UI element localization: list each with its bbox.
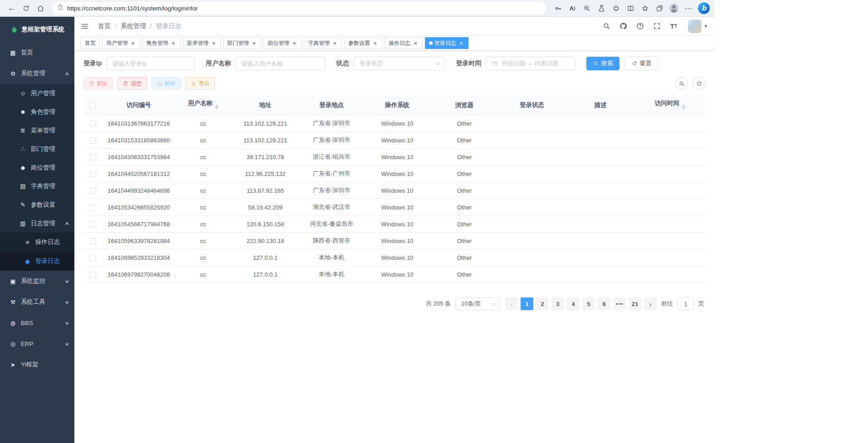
- clear-button[interactable]: 清空: [117, 77, 147, 90]
- pager-page-4[interactable]: 4: [567, 297, 580, 310]
- app-logo[interactable]: 意框架管理系统: [0, 17, 74, 42]
- close-icon[interactable]: ×: [210, 40, 217, 46]
- user-menu[interactable]: ▾: [688, 19, 707, 33]
- close-icon[interactable]: ×: [412, 40, 419, 46]
- sidebar-item-departments[interactable]: ∴部门管理: [0, 140, 74, 158]
- password-key-icon[interactable]: [551, 2, 565, 15]
- row-checkbox[interactable]: [90, 137, 96, 144]
- row-checkbox[interactable]: [90, 238, 96, 244]
- sort-carets-icon[interactable]: [682, 103, 685, 111]
- status-select[interactable]: 登录状态: [353, 57, 445, 70]
- tab-departments[interactable]: 部门管理×: [223, 37, 261, 49]
- browser-profile-icon[interactable]: [667, 2, 681, 15]
- close-icon[interactable]: ×: [332, 40, 338, 46]
- back-button[interactable]: ←: [5, 2, 18, 15]
- sidebar-item-yi-framework[interactable]: ➤Yi框架: [0, 354, 74, 375]
- url-text[interactable]: https://ccnetcore.com:1101/system/log/lo…: [67, 5, 198, 12]
- sidebar-item-home[interactable]: ▦首页: [0, 42, 74, 63]
- pager-page-1[interactable]: 1: [521, 297, 533, 310]
- zoom-out-icon[interactable]: [580, 2, 594, 15]
- user-avatar[interactable]: [688, 19, 702, 33]
- pager-page-3[interactable]: 3: [551, 297, 564, 310]
- copilot-bing-icon[interactable]: b: [698, 2, 710, 14]
- close-icon[interactable]: ×: [372, 40, 378, 46]
- address-bar[interactable]: https://ccnetcore.com:1101/system/log/lo…: [52, 2, 546, 15]
- column-header[interactable]: 用户名称: [175, 96, 231, 115]
- sidebar-item-bbs[interactable]: ◍BBS∨: [0, 312, 74, 333]
- row-checkbox[interactable]: [90, 255, 96, 261]
- pager-page-6[interactable]: 6: [598, 297, 610, 310]
- pager-page-2[interactable]: 2: [536, 297, 549, 310]
- split-screen-icon[interactable]: [624, 2, 637, 15]
- toggle-search-button[interactable]: [675, 77, 688, 90]
- close-icon[interactable]: ×: [251, 40, 257, 46]
- pager-next[interactable]: ›: [644, 297, 657, 310]
- tab-posts[interactable]: 岗位管理×: [263, 37, 302, 49]
- extensions-icon[interactable]: [609, 2, 623, 15]
- column-header[interactable]: 访问时间: [635, 96, 705, 115]
- row-checkbox[interactable]: [90, 188, 96, 194]
- home-button[interactable]: [34, 2, 47, 15]
- sidebar-item-menus[interactable]: ≣菜单管理: [0, 121, 74, 140]
- page-size-select[interactable]: 10条/页: [455, 297, 501, 310]
- start-date[interactable]: 开始日期: [502, 59, 525, 68]
- tab-dictionary[interactable]: 字典管理×: [304, 37, 342, 49]
- pager-page-21[interactable]: 21: [629, 297, 641, 310]
- delete-button[interactable]: 删除: [83, 77, 113, 90]
- tab-users[interactable]: 用户管理×: [102, 37, 140, 49]
- read-aloud-icon[interactable]: A): [566, 2, 579, 15]
- goto-page-input[interactable]: [678, 297, 694, 310]
- browser-menu-icon[interactable]: ⋯: [682, 2, 695, 15]
- breadcrumb-home[interactable]: 首页: [98, 22, 111, 30]
- tab-roles[interactable]: 角色管理×: [142, 37, 180, 49]
- refresh-button[interactable]: [19, 2, 33, 15]
- row-checkbox[interactable]: [90, 171, 96, 177]
- close-icon[interactable]: ×: [458, 40, 464, 46]
- sidebar-item-operation-log[interactable]: ≡操作日志: [0, 233, 74, 252]
- fullscreen-icon[interactable]: [652, 21, 662, 31]
- row-checkbox[interactable]: [90, 204, 96, 211]
- reset-button[interactable]: 重置: [625, 57, 658, 70]
- pager-prev[interactable]: ‹: [505, 297, 518, 310]
- tab-operation-log[interactable]: 操作日志×: [385, 37, 423, 49]
- sidebar-item-logs[interactable]: ▥日志管理∧: [0, 214, 74, 233]
- search-button[interactable]: 搜索: [586, 57, 619, 70]
- sidebar-item-login-log[interactable]: ◉登录日志: [0, 252, 74, 271]
- sidebar-item-parameters[interactable]: ✎参数设置: [0, 195, 74, 214]
- close-icon[interactable]: ×: [170, 40, 176, 46]
- pager-more[interactable]: •••: [613, 297, 626, 310]
- export-button[interactable]: 导出: [185, 77, 215, 90]
- tab-parameters[interactable]: 参数设置×: [344, 37, 382, 49]
- sidebar-item-tools[interactable]: ⚒系统工具∨: [0, 292, 74, 312]
- unlock-button[interactable]: 解锁: [151, 77, 181, 90]
- help-icon[interactable]: [635, 21, 645, 31]
- sidebar-item-posts[interactable]: ◆岗位管理: [0, 158, 74, 177]
- header-search-icon[interactable]: [601, 21, 611, 31]
- pager-page-5[interactable]: 5: [582, 297, 595, 310]
- sidebar-item-roles[interactable]: ☻角色管理: [0, 102, 74, 121]
- github-icon[interactable]: [618, 21, 628, 31]
- tab-menus[interactable]: 菜单管理×: [183, 37, 221, 49]
- ip-filter-input[interactable]: [112, 60, 189, 67]
- row-checkbox[interactable]: [90, 121, 96, 127]
- end-date[interactable]: 结束日期: [535, 59, 558, 68]
- collections-icon[interactable]: [653, 2, 666, 15]
- row-checkbox[interactable]: [90, 221, 96, 228]
- breadcrumb-system[interactable]: 系统管理: [121, 22, 146, 30]
- close-icon[interactable]: ×: [291, 40, 297, 46]
- select-all-checkbox[interactable]: [90, 102, 96, 109]
- row-checkbox[interactable]: [90, 272, 96, 278]
- row-checkbox[interactable]: [90, 154, 96, 161]
- tab-home[interactable]: 首页: [81, 37, 100, 49]
- sort-carets-icon[interactable]: [215, 103, 219, 111]
- page-info-icon[interactable]: [57, 4, 63, 12]
- sidebar-item-users[interactable]: ☺用户管理: [0, 84, 74, 102]
- font-size-icon[interactable]: TT: [668, 21, 678, 31]
- username-filter-input[interactable]: [241, 60, 319, 67]
- refresh-table-button[interactable]: [692, 77, 705, 90]
- close-icon[interactable]: ×: [130, 40, 136, 46]
- sidebar-item-erp[interactable]: ◎ERP∨: [0, 333, 74, 354]
- date-range-picker[interactable]: 开始日期 - 结束日期: [486, 57, 575, 70]
- browser-tools-icon[interactable]: [595, 2, 608, 15]
- sidebar-item-system[interactable]: ⚙系统管理∧: [0, 63, 74, 84]
